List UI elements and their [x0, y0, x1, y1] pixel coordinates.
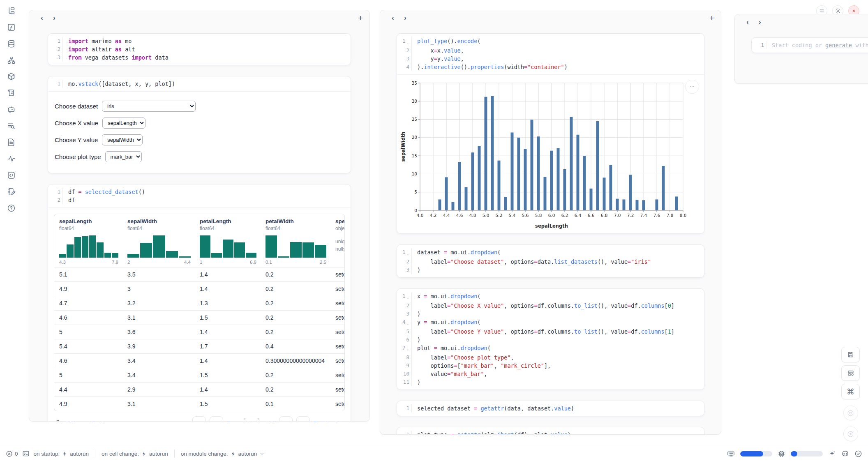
bar-chart[interactable]: 4.04.24.44.64.85.05.25.45.65.86.06.26.46…: [399, 78, 690, 231]
line-number: 3: [397, 310, 412, 318]
table-row[interactable]: 4.63.41.40.30000000000000004setos: [54, 353, 344, 368]
code-line: 2df: [48, 196, 351, 204]
fold-chevron-icon[interactable]: ⌄: [406, 319, 409, 327]
code-cell-imports[interactable]: 1import marimo as mo2import altair as al…: [48, 33, 351, 65]
logs-icon[interactable]: [6, 120, 17, 131]
first-page-button[interactable]: «: [192, 416, 206, 421]
status-right: [727, 450, 862, 458]
save-button[interactable]: [841, 347, 860, 362]
download-button[interactable]: Download⌄: [314, 419, 344, 421]
prev-page-button[interactable]: ‹: [210, 416, 223, 421]
terminal-button[interactable]: [22, 450, 30, 457]
code-line: 1Start coding or generate with: [752, 41, 868, 49]
code-line: 1selected_dataset = getattr(data, datase…: [397, 404, 704, 413]
add-cell-button[interactable]: +: [709, 13, 714, 23]
search-icon[interactable]: [55, 419, 62, 422]
code-editor[interactable]: 1⌄plot_type().encode(2 x=x.value,3 y=y.v…: [397, 34, 704, 74]
status-left: 0on startup:autorunon cell change:autoru…: [6, 449, 265, 458]
run-all-button[interactable]: [843, 426, 858, 441]
code-editor[interactable]: 1⌄dataset = mo.ui.dropdown(2 label="Choo…: [397, 245, 704, 277]
table-column-header[interactable]: sepalWidthfloat6424.4: [122, 214, 195, 267]
next-page-button[interactable]: ›: [279, 416, 293, 421]
table-row[interactable]: 4.73.21.30.2setos: [54, 296, 344, 310]
table-row[interactable]: 53.61.40.2setos: [54, 325, 344, 339]
documentation-icon[interactable]: [6, 137, 17, 148]
fold-chevron-icon[interactable]: ⌄: [406, 293, 409, 302]
error-indicator[interactable]: 0: [6, 450, 18, 457]
table-column-header[interactable]: sepalLengthfloat644.37.9: [54, 214, 122, 267]
scratchpad-icon[interactable]: [6, 88, 17, 99]
memory-usage-bar: [740, 451, 772, 456]
panel-next-button[interactable]: ›: [48, 14, 60, 22]
copilot-button[interactable]: [841, 450, 849, 458]
panel-next-button[interactable]: ›: [399, 14, 411, 22]
table-row[interactable]: 4.931.40.2setos: [54, 281, 344, 296]
cell-output-chart: 4.04.24.44.64.85.05.25.45.65.86.06.26.46…: [397, 74, 704, 233]
line-number: 2: [48, 45, 63, 53]
code-editor[interactable]: 1import marimo as mo2import altair as al…: [48, 34, 351, 65]
snippets-icon[interactable]: [6, 170, 17, 181]
chatbot-icon[interactable]: [6, 104, 17, 115]
dropdown-choose-dataset[interactable]: iris: [102, 101, 196, 112]
add-cell-button[interactable]: +: [358, 13, 363, 23]
svg-text:15: 15: [412, 153, 417, 158]
dependency-graph-icon[interactable]: [6, 55, 17, 66]
table-row[interactable]: 4.93.11.50.1setos: [54, 396, 344, 411]
table-row[interactable]: 5.43.91.70.4setos: [54, 339, 344, 353]
fold-chevron-icon[interactable]: ⌄: [406, 38, 409, 46]
line-number: 2: [397, 302, 412, 310]
autorun-toggle[interactable]: on cell change:autorun: [102, 451, 168, 457]
help-icon[interactable]: [6, 203, 17, 214]
code-editor[interactable]: 1⌄x = mo.ui.dropdown(2 label="Choose X v…: [397, 289, 704, 390]
autorun-toggle[interactable]: on startup:autorun: [34, 451, 89, 457]
code-cell-xyplot-dropdowns[interactable]: 1⌄x = mo.ui.dropdown(2 label="Choose X v…: [397, 288, 704, 390]
code-cell-dataset-dropdown[interactable]: 1⌄dataset = mo.ui.dropdown(2 label="Choo…: [397, 244, 704, 278]
activity-sidebar: [0, 0, 22, 445]
code-editor[interactable]: 1Start coding or generate with: [752, 38, 868, 53]
table-column-header[interactable]: speciobjecuniqunulls:: [330, 214, 344, 267]
notebook-edit-icon[interactable]: [6, 186, 17, 197]
file-tree-icon[interactable]: [6, 5, 17, 16]
code-editor[interactable]: 1df = selected_dataset()2df: [48, 184, 351, 207]
cell-output-table: sepalLengthfloat644.37.9sepalWidthfloat6…: [48, 207, 351, 421]
package-icon[interactable]: [6, 71, 17, 82]
dropdown-choose-x-value[interactable]: sepalLength: [102, 118, 145, 129]
table-column-header[interactable]: petalLengthfloat6416.9: [195, 214, 261, 267]
panel-prev-button[interactable]: ‹: [741, 18, 754, 26]
stop-button[interactable]: [843, 406, 858, 420]
code-editor[interactable]: 1plot_type = getattr(alt.Chart(df), plot…: [397, 427, 704, 434]
functions-icon[interactable]: [6, 22, 17, 33]
panel-prev-button[interactable]: ‹: [387, 14, 399, 22]
ai-assistant-button[interactable]: [828, 450, 836, 458]
table-row[interactable]: 4.42.91.40.2setos: [54, 382, 344, 396]
svg-text:5.2: 5.2: [496, 213, 503, 218]
dropdown-choose-y-value[interactable]: sepalWidth: [102, 134, 143, 145]
code-cell-plot-type[interactable]: 1plot_type = getattr(alt.Chart(df), plot…: [397, 427, 704, 434]
page-select[interactable]: 1: [244, 418, 259, 422]
code-editor[interactable]: 1selected_dataset = getattr(data, datase…: [397, 401, 704, 416]
panel-prev-button[interactable]: ‹: [36, 14, 48, 22]
table-row[interactable]: 53.41.50.2setos: [54, 368, 344, 382]
table-row[interactable]: 5.13.51.40.2setos: [54, 267, 344, 281]
table-row[interactable]: 4.63.11.50.2setos: [54, 310, 344, 325]
fold-chevron-icon[interactable]: ⌄: [406, 345, 409, 353]
last-page-button[interactable]: »: [296, 416, 310, 421]
connection-status-button[interactable]: [854, 450, 862, 458]
fold-chevron-icon[interactable]: ⌄: [406, 249, 409, 258]
table-column-header[interactable]: petalWidthfloat640.12.5: [261, 214, 330, 267]
code-line: 4⌄y = mo.ui.dropdown(: [397, 318, 704, 327]
keyboard-shortcuts-button[interactable]: ⌘: [841, 384, 860, 399]
panel-next-button[interactable]: ›: [754, 18, 766, 26]
code-editor[interactable]: 1mo.vstack([dataset, x, y, plot]): [48, 76, 351, 91]
autorun-toggle[interactable]: on module change:autorun: [181, 451, 265, 457]
code-cell-chart[interactable]: 1⌄plot_type().encode(2 x=x.value,3 y=y.v…: [397, 33, 704, 234]
dropdown-choose-plot-type[interactable]: mark_bar: [105, 151, 142, 162]
code-cell-dataframe[interactable]: 1df = selected_dataset()2df sepalLengthf…: [48, 184, 351, 421]
tracing-icon[interactable]: [6, 153, 17, 164]
code-cell-vstack[interactable]: 1mo.vstack([dataset, x, y, plot]) Choose…: [48, 76, 351, 173]
empty-code-cell[interactable]: 1Start coding or generate with: [751, 37, 868, 53]
code-cell-selected-dataset[interactable]: 1selected_dataset = getattr(data, datase…: [397, 401, 704, 416]
layout-button[interactable]: [841, 365, 860, 381]
database-icon[interactable]: [6, 38, 17, 49]
chart-actions-button[interactable]: [685, 80, 699, 94]
